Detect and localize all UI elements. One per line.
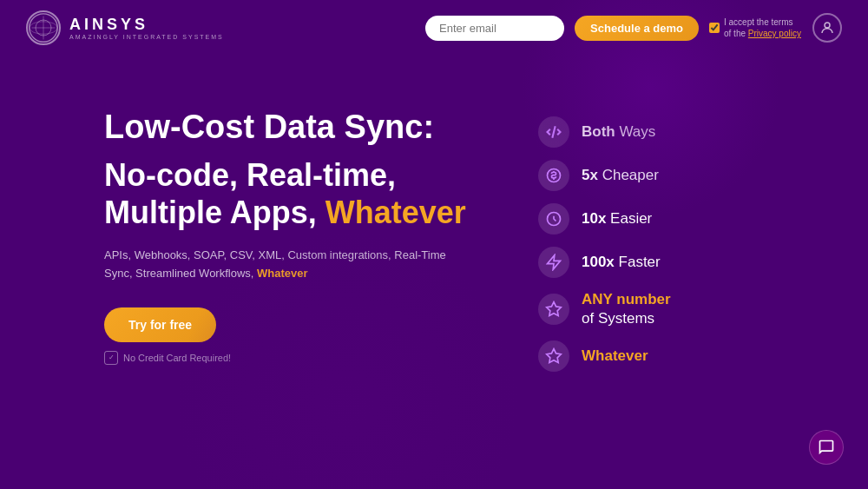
- email-input[interactable]: [425, 16, 564, 41]
- feature-100x-faster: 100x Faster: [538, 247, 671, 278]
- privacy-policy-link[interactable]: Privacy policy: [748, 29, 801, 38]
- feature-any-systems: ANY numberof Systems: [538, 290, 671, 328]
- schedule-demo-button[interactable]: Schedule a demo: [575, 16, 699, 41]
- try-for-free-button[interactable]: Try for free: [104, 307, 216, 342]
- header: AINSYS AMAZINGLY INTEGRATED SYSTEMS Sche…: [0, 0, 868, 56]
- svg-marker-8: [547, 302, 562, 316]
- feature-both-ways-text: Both Ways: [582, 122, 655, 142]
- whatever-icon: [538, 340, 569, 372]
- logo-icon: [26, 10, 61, 45]
- terms-checkbox[interactable]: [709, 23, 720, 33]
- feature-whatever-text: Whatever: [582, 347, 648, 366]
- feature-10x-easier: 10x Easier: [538, 203, 671, 235]
- feature-any-systems-text: ANY numberof Systems: [582, 290, 671, 328]
- feature-5x-cheaper-text: 5x Cheaper: [582, 166, 659, 185]
- header-right: Schedule a demo I accept the terms of th…: [425, 13, 842, 43]
- feature-100x-faster-text: 100x Faster: [582, 253, 661, 272]
- feature-whatever: Whatever: [538, 340, 671, 372]
- both-ways-icon: [538, 116, 569, 148]
- logo-text: AINSYS AMAZINGLY INTEGRATED SYSTEMS: [69, 16, 224, 40]
- hero-highlight: Whatever: [326, 195, 466, 230]
- hero-subtitle: APIs, Webhooks, SOAP, CSV, XML, Custom i…: [104, 247, 469, 283]
- user-icon-button[interactable]: [812, 13, 842, 43]
- feature-both-ways: Both Ways: [538, 116, 671, 148]
- features-list: Both Ways 5x Cheaper: [538, 108, 671, 372]
- hero-title-line1: Low-Cost Data Sync:: [104, 108, 469, 148]
- any-systems-icon: [538, 294, 569, 325]
- chat-button[interactable]: [809, 430, 844, 465]
- cheaper-icon: [538, 160, 569, 191]
- logo-subtitle: AMAZINGLY INTEGRATED SYSTEMS: [69, 34, 224, 40]
- logo-title: AINSYS: [69, 16, 224, 34]
- no-credit-icon: ✓: [104, 351, 118, 365]
- logo-area: AINSYS AMAZINGLY INTEGRATED SYSTEMS: [26, 10, 224, 45]
- hero-title-line2: No-code, Real-time, Multiple Apps, Whate…: [104, 156, 469, 231]
- hero-left: Low-Cost Data Sync: No-code, Real-time, …: [104, 108, 469, 365]
- terms-area: I accept the terms of the Privacy policy: [709, 17, 802, 39]
- main-content: Low-Cost Data Sync: No-code, Real-time, …: [0, 73, 868, 372]
- terms-text: I accept the terms of the Privacy policy: [724, 17, 802, 39]
- feature-5x-cheaper: 5x Cheaper: [538, 160, 671, 191]
- svg-marker-9: [547, 349, 562, 363]
- easier-icon: [538, 203, 569, 235]
- feature-10x-easier-text: 10x Easier: [582, 209, 652, 228]
- svg-point-5: [825, 23, 830, 28]
- faster-icon: [538, 247, 569, 278]
- no-credit-label: ✓ No Credit Card Required!: [104, 351, 469, 365]
